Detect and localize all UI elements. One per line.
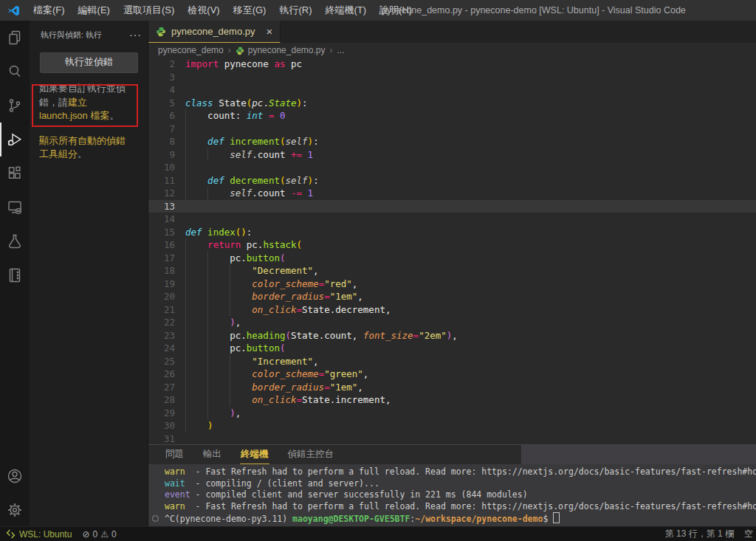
- breadcrumb-file[interactable]: pynecone_demo.py: [248, 45, 326, 55]
- code-token: :: [313, 136, 319, 147]
- sidebar-item-explorer[interactable]: [0, 21, 30, 55]
- terminal-text: ~/workspace/pynecone-demo: [415, 514, 543, 524]
- code-token: =: [263, 110, 280, 121]
- breadcrumb: pynecone_demo › pynecone_demo.py › ...: [148, 43, 756, 58]
- sidebar-item-remote-explorer[interactable]: [0, 190, 30, 224]
- code-line-text: self.count += 1: [185, 148, 756, 162]
- breadcrumb-symbol[interactable]: ...: [337, 45, 344, 55]
- code-token: pc: [285, 58, 302, 69]
- code-token: self: [285, 175, 307, 186]
- remote-indicator[interactable]: WSL: Ubuntu: [0, 527, 78, 541]
- code-token: pc.: [185, 252, 247, 263]
- code-token: ,: [385, 304, 391, 315]
- window-title: pynecone_demo.py - pynecone-demo [WSL: U…: [382, 0, 686, 21]
- line-number: 13: [148, 200, 175, 213]
- tab-close-icon[interactable]: ×: [266, 26, 272, 37]
- menu-item[interactable]: 檢視(V): [181, 0, 226, 21]
- code-line-text: [185, 213, 756, 226]
- panel-tab-active[interactable]: 終端機: [240, 445, 269, 464]
- run-and-debug-button[interactable]: 執行並偵錯: [40, 52, 138, 73]
- code-token: heading: [247, 330, 286, 341]
- notebook-icon: [6, 266, 24, 284]
- code-line-text: [185, 200, 756, 213]
- code-line-text: border_radius="1em",: [185, 381, 756, 394]
- terminal-text: warn: [165, 466, 185, 477]
- code-token: "Decrement": [185, 265, 313, 276]
- sidebar-item-search[interactable]: [0, 55, 30, 89]
- tab-pynecone-demo-py[interactable]: pynecone_demo.py ×: [148, 21, 281, 43]
- line-number: 23: [148, 329, 175, 342]
- settings-button[interactable]: [0, 493, 30, 527]
- line-number: 28: [148, 393, 175, 407]
- code-token: button: [247, 342, 280, 354]
- code-token: (: [280, 252, 286, 263]
- sidebar-item-notebook[interactable]: [0, 258, 30, 292]
- panel-tab-item[interactable]: 問題: [165, 445, 185, 464]
- code-line: 25 "Increment",: [148, 355, 756, 368]
- code-line: 14: [148, 213, 756, 226]
- terminal[interactable]: warn - Fast Refresh had to perform a ful…: [148, 464, 756, 527]
- problems-indicator[interactable]: ⊘ 0 ⚠ 0: [78, 529, 120, 540]
- menu-item[interactable]: 選取項目(S): [117, 0, 181, 21]
- account-button[interactable]: [0, 459, 30, 493]
- remote-label: WSL: Ubuntu: [19, 529, 72, 540]
- breadcrumb-folder[interactable]: pynecone_demo: [158, 45, 224, 55]
- chevron-right-icon: ›: [228, 45, 231, 55]
- sidebar-item-source-control[interactable]: [0, 89, 30, 123]
- show-text-end: 。: [78, 148, 87, 159]
- code-token: border_radius: [185, 291, 324, 302]
- panel-tab-item[interactable]: 偵錯主控台: [287, 445, 335, 464]
- code-token: self: [185, 187, 252, 199]
- code-token: "Increment": [185, 356, 313, 367]
- title-bar: 檔案(F)編輯(E)選取項目(S)檢視(V)移至(G)執行(R)終端機(T)說明…: [0, 0, 756, 21]
- error-icon: ⊘: [82, 529, 89, 540]
- menu-item[interactable]: 檔案(F): [27, 0, 72, 21]
- sidebar-item-extensions[interactable]: [0, 156, 30, 190]
- code-line: 15def index():: [148, 226, 756, 239]
- code-token: (: [297, 239, 303, 250]
- menu-item[interactable]: 執行(R): [272, 0, 318, 21]
- code-line-text: class State(pc.State):: [185, 97, 756, 110]
- line-number: 29: [148, 407, 175, 420]
- sidebar-item-run-and-debug[interactable]: [0, 123, 30, 156]
- code-line-text: ),: [185, 316, 756, 329]
- terminal-line: event - compiled client and server succe…: [165, 489, 756, 501]
- chevron-right-icon: ›: [329, 45, 332, 55]
- line-number: 3: [148, 71, 175, 84]
- search-icon: [6, 63, 24, 80]
- code-line: 29 ),: [148, 407, 756, 420]
- code-editor[interactable]: 2import pynecone as pc345class State(pc.…: [148, 58, 756, 444]
- code-line-text: return pc.hstack(: [185, 238, 756, 252]
- terminal-text: event: [165, 489, 190, 500]
- menu-item[interactable]: 終端機(T): [318, 0, 373, 21]
- code-line-text: import pynecone as pc: [185, 58, 756, 71]
- menu-item[interactable]: 移至(G): [227, 0, 273, 21]
- code-token: ,: [236, 317, 241, 328]
- sidebar-item-testing[interactable]: [0, 224, 30, 258]
- code-token: import: [185, 58, 219, 69]
- panel-tab-item[interactable]: 輸出: [202, 445, 222, 464]
- line-number: 15: [148, 226, 175, 239]
- source-control-icon: [6, 97, 24, 114]
- code-line-text: "Decrement",: [185, 264, 756, 278]
- line-number: 20: [148, 290, 175, 303]
- indentation-indicator[interactable]: 空: [744, 528, 753, 540]
- menu-item[interactable]: 編輯(E): [72, 0, 117, 21]
- code-token: pc: [252, 97, 263, 108]
- cursor-position-indicator[interactable]: 第 13 行，第 1 欄: [665, 528, 734, 540]
- terminal-line: wait - compiling / (client and server)..…: [165, 478, 756, 490]
- code-token: :: [302, 97, 308, 108]
- code-token: (: [280, 342, 286, 354]
- code-token: :: [313, 175, 319, 186]
- activity-bar-spacer: [0, 292, 30, 459]
- code-line: 16 return pc.hstack(: [148, 238, 756, 252]
- code-line-text: [185, 123, 756, 136]
- code-token: color_scheme: [185, 368, 319, 379]
- code-line-text: def decrement(self):: [185, 174, 756, 187]
- code-token: (): [236, 227, 247, 238]
- terminal-text: ^C(pynecone-demo-py3.11): [165, 514, 292, 524]
- more-actions-icon[interactable]: ···: [129, 29, 142, 41]
- code-token: ,: [385, 394, 391, 405]
- code-token: ): [297, 97, 303, 108]
- bottom-panel: 問題輸出終端機偵錯主控台 warn - Fast Refresh had to …: [148, 444, 756, 527]
